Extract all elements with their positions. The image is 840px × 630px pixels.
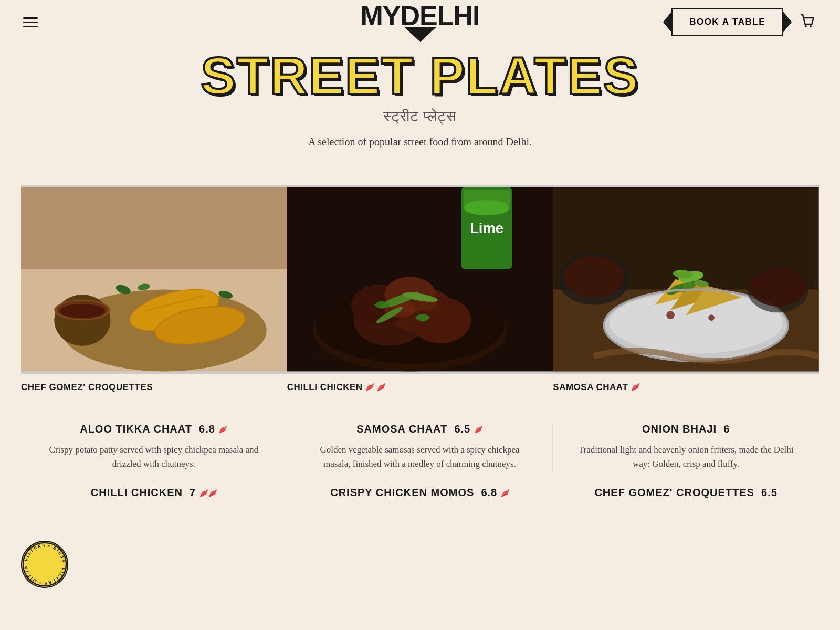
- menu-item-samosa-chaat: SAMOSA CHAAT 6.5 🌶 Golden vegetable samo…: [287, 423, 553, 471]
- momos-chili: 🌶: [501, 489, 510, 498]
- menu-item-onion-bhaji: ONION BHAJI 6 Traditional light and heav…: [553, 423, 819, 471]
- cart-icon: [798, 12, 817, 30]
- svg-point-8: [60, 304, 105, 318]
- dietary-filters-badge[interactable]: FILTERS • DIETARY • FILTERS • DIETARY •: [21, 541, 68, 588]
- menu-items-section: ALOO TIKKA CHAAT 6.8 🌶 Crispy potato pat…: [21, 423, 819, 471]
- chilli-chicken-image: Lime: [287, 185, 553, 374]
- svg-text:HARAPPA SMOKED AUBER...: HARAPPA SMOKED AUBER...: [312, 356, 387, 362]
- svg-point-54: [563, 256, 625, 297]
- food-item-chilli-chicken: Lime: [287, 185, 553, 397]
- svg-point-1: [810, 25, 812, 27]
- food-item-croquettes: CHEF GOMEZ' CROQUETTES: [21, 185, 287, 397]
- header: MYDELHI BOOK A TABLE: [0, 0, 840, 44]
- chilli-bottom-chili-1: 🌶: [200, 489, 208, 498]
- aloo-tikka-chili: 🌶: [218, 425, 227, 435]
- bottom-item-croquettes: CHEF GOMEZ' CROQUETTES 6.5: [553, 487, 819, 501]
- svg-point-50: [667, 311, 675, 319]
- aloo-tikka-title: ALOO TIKKA CHAAT 6.8 🌶: [42, 423, 266, 435]
- dietary-badge-svg: FILTERS • DIETARY • FILTERS • DIETARY •: [22, 541, 67, 588]
- svg-point-21: [464, 200, 510, 215]
- croquettes-caption: CHEF GOMEZ' CROQUETTES: [21, 374, 287, 397]
- samosa-chaat-image: [553, 185, 819, 374]
- svg-rect-3: [21, 187, 287, 269]
- cart-button[interactable]: [796, 9, 819, 35]
- chilli-chicken-caption: CHILLI CHICKEN 🌶 🌶: [287, 374, 553, 397]
- samosa-chaat-title: SAMOSA CHAAT 6.5 🌶: [308, 423, 532, 435]
- bottom-item-chilli-chicken: CHILLI CHICKEN 7 🌶🌶: [21, 487, 287, 501]
- book-table-button[interactable]: BOOK A TABLE: [671, 8, 783, 36]
- header-right: BOOK A TABLE: [671, 8, 819, 36]
- samosa-chaat-chili: 🌶: [474, 425, 483, 435]
- samosa-chaat-caption: SAMOSA CHAAT 🌶: [553, 374, 819, 397]
- logo-delhi: DELHI: [401, 1, 480, 31]
- hero-description: A selection of popular street food from …: [21, 136, 819, 148]
- book-table-label: BOOK A TABLE: [689, 17, 765, 27]
- food-item-samosa-chaat: SAMOSA CHAAT 🌶: [553, 185, 819, 397]
- svg-point-51: [709, 314, 715, 321]
- chilli-chicken-svg: Lime: [287, 185, 553, 374]
- menu-item-aloo-tikka: ALOO TIKKA CHAAT 6.8 🌶 Crispy potato pat…: [21, 423, 287, 471]
- croquettes-bottom-title: CHEF GOMEZ' CROQUETTES 6.5: [574, 487, 798, 499]
- chili-icon-2: 🌶: [377, 383, 386, 392]
- chilli-bottom-chili-2: 🌶: [208, 489, 217, 498]
- samosa-chaat-svg: [553, 185, 819, 374]
- samosa-chaat-desc: Golden vegetable samosas served with a s…: [308, 443, 532, 471]
- hero-section: STREET PLATES स्ट्रीट प्लेट्स A selectio…: [0, 44, 840, 169]
- food-images-row: CHEF GOMEZ' CROQUETTES Lime: [21, 185, 819, 397]
- svg-text:ALOO MATAR: ALOO MATAR: [312, 349, 345, 354]
- street-plates-title: STREET PLATES: [21, 49, 819, 102]
- croquettes-image: [21, 185, 287, 374]
- svg-point-0: [805, 25, 807, 27]
- book-table-wrapper: BOOK A TABLE: [671, 8, 783, 36]
- chili-icon-3: 🌶: [631, 383, 640, 392]
- bottom-menu-row: CHILLI CHICKEN 7 🌶🌶 CRISPY CHICKEN MOMOS…: [21, 487, 819, 501]
- bottom-item-chicken-momos: CRISPY CHICKEN MOMOS 6.8 🌶: [287, 487, 553, 501]
- onion-bhaji-title: ONION BHAJI 6: [574, 423, 798, 435]
- svg-point-55: [750, 268, 806, 307]
- hindi-subtitle: स्ट्रीट प्लेट्स: [21, 108, 819, 125]
- onion-bhaji-desc: Traditional light and heavenly onion fri…: [574, 443, 798, 471]
- title-text: STREET PLATES: [201, 49, 639, 102]
- svg-text:Lime: Lime: [470, 220, 503, 236]
- logo-my: MY: [361, 1, 401, 31]
- chicken-momos-title: CRISPY CHICKEN MOMOS 6.8 🌶: [308, 487, 532, 499]
- logo-container: MYDELHI: [361, 2, 480, 42]
- croquettes-svg: [21, 185, 287, 374]
- logo: MYDELHI: [361, 2, 480, 29]
- hamburger-menu[interactable]: [21, 15, 40, 29]
- chilli-chicken-bottom-title: CHILLI CHICKEN 7 🌶🌶: [42, 487, 266, 499]
- logo-chevron: [404, 27, 436, 42]
- aloo-tikka-desc: Crispy potato patty served with spicy ch…: [42, 443, 266, 471]
- chili-icon-1: 🌶: [365, 383, 374, 392]
